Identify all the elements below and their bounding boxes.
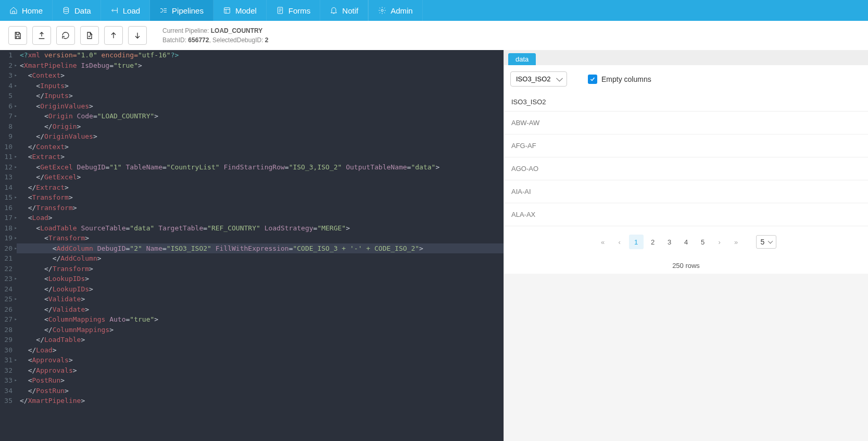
code-line[interactable]: 5 </Inputs> <box>0 91 504 101</box>
code-line[interactable]: 6▸ <OriginValues> <box>0 101 504 112</box>
code-line[interactable]: 10 </Context> <box>0 142 504 152</box>
db-icon <box>62 6 70 15</box>
code-line[interactable]: 25▸ <Validate> <box>0 294 504 304</box>
home-icon <box>9 6 18 15</box>
checkbox-icon <box>588 75 597 84</box>
code-line[interactable]: 13 </GetExcel> <box>0 172 504 182</box>
table-row[interactable]: AFG-AF <box>504 134 868 157</box>
pager-next[interactable]: › <box>712 235 727 249</box>
code-line[interactable]: 30 </Load> <box>0 345 504 356</box>
pipeline-label: Current Pipeline: <box>162 27 211 34</box>
code-line[interactable]: 34 </PostRun> <box>0 386 504 396</box>
forms-icon <box>276 6 284 15</box>
arrow-down-button[interactable] <box>128 26 147 45</box>
gear-icon <box>378 6 386 15</box>
code-line[interactable]: 3▸ <Context> <box>0 70 504 81</box>
save-button[interactable] <box>8 26 27 45</box>
nav-load[interactable]: Load <box>101 0 150 21</box>
upload-button[interactable] <box>32 26 51 45</box>
nav-home[interactable]: Home <box>0 0 53 21</box>
load-icon <box>110 6 119 15</box>
code-line[interactable]: 29 </LoadTable> <box>0 335 504 345</box>
nav-label: Home <box>22 6 43 15</box>
code-line[interactable]: 12▸ <GetExcel DebugID="1" TableName="Cou… <box>0 162 504 173</box>
nav-label: Model <box>235 6 257 15</box>
table-row[interactable]: AGO-AO <box>504 157 868 180</box>
tab-data[interactable]: data <box>508 53 536 65</box>
page-size-select[interactable]: 5 <box>756 235 777 249</box>
nav-label: Load <box>123 6 140 15</box>
code-line[interactable]: 33▸ <PostRun> <box>0 375 504 386</box>
table-row[interactable]: ALA-AX <box>504 203 868 226</box>
row-count: 250 rows <box>504 258 868 274</box>
pipeline-name: LOAD_COUNTRY <box>211 27 263 34</box>
code-line[interactable]: 24 </LookupIDs> <box>0 284 504 295</box>
code-editor[interactable]: 1<?xml version="1.0" encoding="utf-16"?>… <box>0 50 504 441</box>
code-line[interactable]: 26 </Validate> <box>0 304 504 315</box>
toolbar: Current Pipeline: LOAD_COUNTRY BatchID: … <box>0 21 868 50</box>
code-line[interactable]: 21 </AddColumn> <box>0 253 504 264</box>
top-nav: HomeDataLoadPipelinesModelFormsNotifAdmi… <box>0 0 868 21</box>
model-icon <box>223 6 231 15</box>
table-row[interactable]: ABW-AW <box>504 112 868 134</box>
code-line[interactable]: 31▸ <Approvals> <box>0 355 504 365</box>
column-header[interactable]: ISO3_ISO2 <box>504 93 868 112</box>
nav-label: Admin <box>391 6 413 15</box>
code-line[interactable]: 22 </Transform> <box>0 264 504 274</box>
code-line[interactable]: 35</XmartPipeline> <box>0 396 504 406</box>
pager-page-3[interactable]: 3 <box>662 235 677 249</box>
nav-model[interactable]: Model <box>213 0 267 21</box>
data-panel: data ISO3_ISO2 Empty columns ISO3_ISO2 A… <box>504 50 868 441</box>
pager-page-1[interactable]: 1 <box>629 235 644 249</box>
empty-columns-toggle[interactable]: Empty columns <box>588 75 651 84</box>
pipeline-info: Current Pipeline: LOAD_COUNTRY BatchID: … <box>162 26 269 45</box>
pager-page-4[interactable]: 4 <box>679 235 694 249</box>
code-line[interactable]: 14 </Extract> <box>0 182 504 193</box>
code-line[interactable]: 18▸ <LoadTable SourceTable="data" Target… <box>0 223 504 234</box>
code-line[interactable]: 20▸ <AddColumn DebugID="2" Name="ISO3_IS… <box>0 243 504 254</box>
pager-prev[interactable]: ‹ <box>612 235 627 249</box>
export-button[interactable] <box>80 26 99 45</box>
code-line[interactable]: 15▸ <Transform> <box>0 192 504 203</box>
nav-label: Notif <box>342 6 358 15</box>
batch-label: BatchID: <box>162 36 188 44</box>
pager-last[interactable]: » <box>729 235 744 249</box>
pager: «‹12345›»5 <box>504 226 868 258</box>
code-line[interactable]: 32 </Approvals> <box>0 365 504 376</box>
code-line[interactable]: 28 </ColumnMappings> <box>0 325 504 335</box>
nav-pipelines[interactable]: Pipelines <box>150 0 213 21</box>
nav-notif[interactable]: Notif <box>320 0 368 21</box>
table-row[interactable]: AIA-AI <box>504 180 868 203</box>
panel-tabs: data <box>504 50 868 65</box>
pager-first[interactable]: « <box>596 235 610 249</box>
pager-page-2[interactable]: 2 <box>646 235 660 249</box>
code-line[interactable]: 16 </Transform> <box>0 203 504 213</box>
pipe-icon <box>159 6 168 15</box>
column-select[interactable]: ISO3_ISO2 <box>510 71 567 87</box>
code-line[interactable]: 17▸ <Load> <box>0 213 504 223</box>
reload-button[interactable] <box>56 26 75 45</box>
code-line[interactable]: 7▸ <Origin Code="LOAD_COUNTRY"> <box>0 111 504 121</box>
svg-rect-1 <box>224 8 230 14</box>
panel-controls: ISO3_ISO2 Empty columns <box>504 65 868 93</box>
nav-label: Forms <box>288 6 311 15</box>
code-line[interactable]: 2▸<XmartPipeline IsDebug="true"> <box>0 60 504 71</box>
nav-forms[interactable]: Forms <box>267 0 321 21</box>
code-line[interactable]: 27▸ <ColumnMappings Auto="true"> <box>0 314 504 325</box>
nav-label: Pipelines <box>172 6 204 15</box>
pager-page-5[interactable]: 5 <box>696 235 710 249</box>
nav-admin[interactable]: Admin <box>369 0 423 21</box>
main: 1<?xml version="1.0" encoding="utf-16"?>… <box>0 50 868 441</box>
nav-data[interactable]: Data <box>53 0 101 21</box>
empty-columns-label: Empty columns <box>601 75 651 83</box>
code-line[interactable]: 8 </Origin> <box>0 121 504 132</box>
code-line[interactable]: 1<?xml version="1.0" encoding="utf-16"?> <box>0 50 504 60</box>
code-line[interactable]: 19▸ <Transform> <box>0 233 504 243</box>
code-line[interactable]: 11▸ <Extract> <box>0 152 504 162</box>
code-line[interactable]: 4▸ <Inputs> <box>0 81 504 91</box>
code-line[interactable]: 23▸ <LookupIDs> <box>0 274 504 284</box>
svg-point-0 <box>64 7 68 9</box>
arrow-up-button[interactable] <box>104 26 123 45</box>
code-line[interactable]: 9 </OriginValues> <box>0 131 504 142</box>
data-table: ISO3_ISO2 ABW-AWAFG-AFAGO-AOAIA-AIALA-AX <box>504 93 868 226</box>
